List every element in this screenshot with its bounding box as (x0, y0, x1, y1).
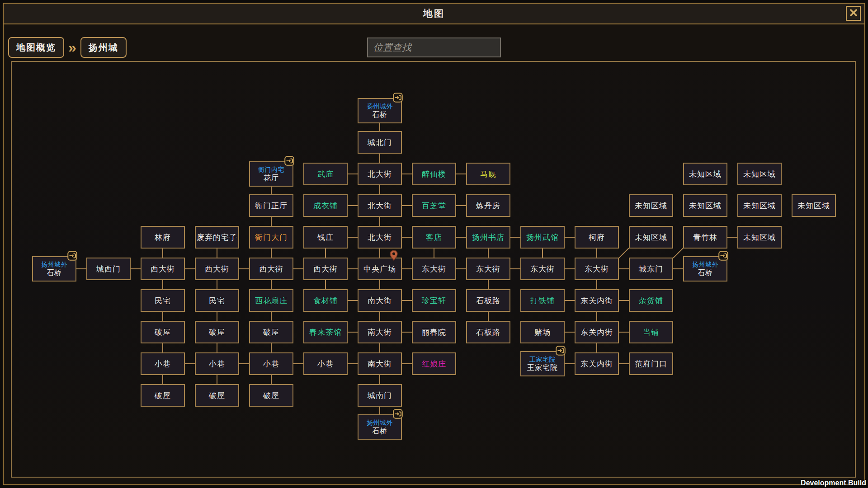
map-node[interactable]: 城东门 (629, 258, 673, 280)
map-node[interactable]: 石板路 (466, 289, 510, 312)
map-node[interactable]: 珍宝轩 (412, 289, 456, 312)
map-node[interactable]: 小巷 (303, 352, 348, 375)
map-node[interactable]: 小巷 (141, 352, 185, 375)
map-node[interactable]: 钱庄 (303, 226, 348, 249)
map-node-label: 未知区域 (689, 169, 722, 179)
map-node[interactable]: 西大街 (303, 258, 348, 280)
map-node[interactable]: 东大街 (412, 258, 456, 280)
map-node[interactable]: 武庙 (303, 163, 348, 185)
map-node[interactable]: 城北门 (358, 131, 402, 154)
map-node[interactable]: 西大街 (249, 258, 293, 280)
exit-transfer-icon[interactable] (393, 93, 403, 103)
close-icon (849, 8, 858, 19)
map-node[interactable]: 破屋 (249, 384, 293, 407)
map-node[interactable]: 扬州城外石桥 (32, 256, 76, 282)
map-node[interactable]: 破屋 (249, 321, 293, 343)
map-node[interactable]: 衙门内宅花厅 (249, 161, 293, 187)
map-node-label: 城南门 (368, 390, 392, 401)
map-node[interactable]: 未知区域 (737, 226, 782, 249)
map-node[interactable]: 衙门大门 (249, 226, 293, 249)
map-node[interactable]: 扬州武馆 (520, 226, 565, 249)
breadcrumb-map-overview[interactable]: 地图概览 (8, 37, 64, 58)
map-node[interactable]: 成衣铺 (303, 194, 348, 217)
map-node[interactable]: 民宅 (195, 289, 239, 312)
map-node[interactable]: 东关内街 (575, 321, 619, 343)
map-node[interactable]: 未知区域 (737, 163, 782, 185)
exit-transfer-icon[interactable] (718, 251, 728, 261)
map-node[interactable]: 城西门 (86, 258, 131, 280)
map-node[interactable]: 城南门 (358, 384, 402, 407)
title-bar: 地图 (4, 4, 864, 24)
map-node[interactable]: 南大街 (358, 321, 402, 343)
map-node-label: 中央广场 (363, 264, 396, 274)
map-node[interactable]: 未知区域 (683, 194, 727, 217)
map-node[interactable]: 石板路 (466, 321, 510, 343)
map-node-label: 破屋 (209, 327, 225, 338)
map-node[interactable]: 破屋 (195, 384, 239, 407)
map-node[interactable]: 打铁铺 (520, 289, 565, 312)
map-node-label: 石桥 (372, 110, 387, 120)
map-node[interactable]: 红娘庄 (412, 352, 456, 375)
map-node[interactable]: 杂货铺 (629, 289, 673, 312)
map-node[interactable]: 西花扇庄 (249, 289, 293, 312)
map-node[interactable]: 破屋 (195, 321, 239, 343)
location-search-input[interactable] (367, 38, 501, 57)
map-node[interactable]: 食材铺 (303, 289, 348, 312)
map-node[interactable]: 扬州城外石桥 (358, 414, 402, 440)
map-node[interactable]: 百芝堂 (412, 194, 456, 217)
map-node[interactable]: 中央广场 (358, 258, 402, 280)
exit-transfer-icon[interactable] (284, 156, 294, 166)
map-node[interactable]: 未知区域 (683, 163, 727, 185)
map-node[interactable]: 未知区域 (629, 194, 673, 217)
map-node[interactable]: 东关内街 (575, 289, 619, 312)
exit-transfer-icon[interactable] (556, 346, 566, 356)
map-node[interactable]: 小巷 (249, 352, 293, 375)
map-node-label: 未知区域 (743, 169, 776, 179)
map-node-label: 未知区域 (635, 232, 667, 243)
page-title: 地图 (423, 7, 445, 20)
map-node[interactable]: 柯府 (575, 226, 619, 249)
map-node[interactable]: 范府门口 (629, 352, 673, 375)
map-node[interactable]: 炼丹房 (466, 194, 510, 217)
map-node-label: 城北门 (368, 137, 392, 148)
map-node[interactable]: 衙门正厅 (249, 194, 293, 217)
map-node-label: 柯府 (589, 232, 605, 243)
map-node[interactable]: 扬州城外石桥 (358, 98, 402, 123)
map-node[interactable]: 南大街 (358, 289, 402, 312)
close-button[interactable] (846, 6, 861, 21)
map-node-label: 春来茶馆 (309, 327, 342, 338)
map-node[interactable]: 东大街 (466, 258, 510, 280)
map-node[interactable]: 未知区域 (629, 226, 673, 249)
exit-transfer-icon[interactable] (393, 409, 403, 419)
map-node[interactable]: 未知区域 (737, 194, 782, 217)
map-node[interactable]: 南大街 (358, 352, 402, 375)
map-node[interactable]: 扬州城外石桥 (683, 256, 727, 282)
map-node[interactable]: 北大街 (358, 226, 402, 249)
map-node[interactable]: 春来茶馆 (303, 321, 348, 343)
map-node[interactable]: 北大街 (358, 163, 402, 185)
map-node[interactable]: 扬州书店 (466, 226, 510, 249)
map-node[interactable]: 当铺 (629, 321, 673, 343)
exit-transfer-icon[interactable] (67, 251, 77, 261)
map-node[interactable]: 王家宅院王家宅院 (520, 351, 565, 376)
map-node[interactable]: 青竹林 (683, 226, 727, 249)
map-node[interactable]: 废弃的宅子 (195, 226, 239, 249)
map-node[interactable]: 林府 (141, 226, 185, 249)
map-node[interactable]: 东关内街 (575, 352, 619, 375)
map-node[interactable]: 客店 (412, 226, 456, 249)
map-node[interactable]: 民宅 (141, 289, 185, 312)
map-node[interactable]: 未知区域 (792, 194, 836, 217)
map-node[interactable]: 马厩 (466, 163, 510, 185)
map-node[interactable]: 赌场 (520, 321, 565, 343)
map-node[interactable]: 西大街 (141, 258, 185, 280)
map-node[interactable]: 西大街 (195, 258, 239, 280)
breadcrumb-yangzhou-city[interactable]: 扬州城 (80, 37, 127, 58)
map-node[interactable]: 破屋 (141, 321, 185, 343)
map-node[interactable]: 东大街 (520, 258, 565, 280)
map-node[interactable]: 丽春院 (412, 321, 456, 343)
map-node[interactable]: 醉仙楼 (412, 163, 456, 185)
map-node[interactable]: 小巷 (195, 352, 239, 375)
map-node[interactable]: 东大街 (575, 258, 619, 280)
map-node[interactable]: 破屋 (141, 384, 185, 407)
map-node[interactable]: 北大街 (358, 194, 402, 217)
